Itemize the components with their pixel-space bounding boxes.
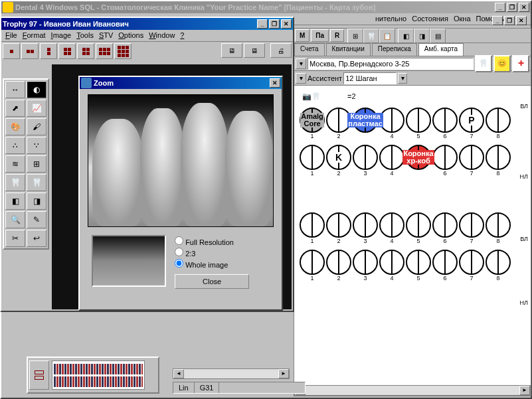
tooth-4[interactable]: 4 xyxy=(379,145,404,170)
tooth-blank[interactable]: 5 xyxy=(406,250,431,275)
tooth-blank[interactable]: 4 xyxy=(379,212,404,238)
device-button[interactable]: 🖥 xyxy=(244,43,265,58)
palette-tool-button[interactable]: ⬈ xyxy=(5,100,25,117)
palette-tool-button[interactable]: 🎨 xyxy=(5,118,25,135)
tooth-1[interactable]: Amalg Core1 xyxy=(300,108,325,133)
tooth-blank[interactable]: 7 xyxy=(459,212,484,238)
layout-button[interactable] xyxy=(40,43,57,59)
layout-button[interactable] xyxy=(114,43,132,59)
menu-states[interactable]: Состояния xyxy=(412,15,448,23)
tooth-3[interactable]: 3 xyxy=(353,145,378,170)
zoom-opt-full[interactable]: Full Resolution xyxy=(175,236,249,246)
dropdown-icon[interactable]: ▾ xyxy=(296,73,306,84)
zoom-opt-23[interactable]: 2:3 xyxy=(175,248,249,258)
layout-button[interactable] xyxy=(96,43,113,59)
tooth-blank[interactable]: 6 xyxy=(432,212,458,238)
teeth-overview[interactable] xyxy=(52,360,145,390)
chart-scrollbar[interactable]: ◄ ► xyxy=(294,385,531,396)
chart-tool-button[interactable]: ◨ xyxy=(414,29,430,43)
smiley-icon[interactable]: 😊 xyxy=(493,55,511,72)
layout-button[interactable] xyxy=(3,43,20,59)
palette-tool-button[interactable]: 🦷 xyxy=(5,174,25,191)
assistant-select[interactable] xyxy=(343,72,397,84)
palette-tool-button[interactable]: ◧ xyxy=(5,193,25,210)
mode-r-button[interactable]: R xyxy=(330,29,344,42)
palette-tool-button[interactable]: ∵ xyxy=(27,137,46,154)
tooth-blank[interactable]: 8 xyxy=(486,250,511,275)
scroll-right-icon[interactable]: ► xyxy=(519,386,530,395)
menu-stv[interactable]: STV xyxy=(99,31,113,40)
mode-m-button[interactable]: М xyxy=(295,29,310,42)
minimize-button[interactable]: _ xyxy=(257,19,268,29)
menu-window[interactable]: Window xyxy=(149,31,175,40)
palette-tool-button[interactable]: ⊞ xyxy=(27,155,46,173)
palette-tool-button[interactable]: ✎ xyxy=(27,211,46,228)
chart-tool-button[interactable]: ⊞ xyxy=(347,29,363,43)
strip-layout-button[interactable] xyxy=(29,360,49,390)
trophy-titlebar[interactable]: Trophy 97 - Иванов Иван Иванович _ ❐ ✕ xyxy=(1,18,293,30)
layout-button[interactable] xyxy=(77,43,94,59)
close-button[interactable]: ✕ xyxy=(281,19,292,29)
palette-tool-button[interactable]: 🦷 xyxy=(27,174,46,191)
menu-image[interactable]: Image xyxy=(51,31,72,40)
tooth-1[interactable]: 1 xyxy=(300,145,325,170)
tooth-icon[interactable]: 🦷 xyxy=(475,55,492,72)
strip-scrollbar[interactable]: ◄ ► xyxy=(173,368,290,379)
address-input[interactable] xyxy=(308,58,474,70)
chart-tool-button[interactable]: ▤ xyxy=(430,29,446,43)
mdi-restore-button[interactable]: ❐ xyxy=(504,16,515,25)
red-cross-icon[interactable]: ✚ xyxy=(512,55,529,72)
palette-tool-button[interactable]: ↩ xyxy=(27,230,46,247)
chart-tool-button[interactable]: 📋 xyxy=(379,29,395,43)
device-button[interactable]: 🖥 xyxy=(221,43,242,58)
tooth-blank[interactable]: 5 xyxy=(406,212,431,238)
tooth-6[interactable]: 6 xyxy=(432,145,458,170)
tab-receipts[interactable]: Квитанции xyxy=(326,43,371,56)
palette-tool-button[interactable]: ◨ xyxy=(27,193,46,210)
scroll-left-icon[interactable]: ◄ xyxy=(173,369,184,378)
tooth-blank[interactable]: 3 xyxy=(353,250,378,275)
tab-accounts[interactable]: Счета xyxy=(294,43,325,56)
menu-extra[interactable]: нительно xyxy=(375,15,406,23)
tooth-blank[interactable]: 8 xyxy=(486,212,511,238)
tooth-8[interactable]: 8 xyxy=(486,145,511,170)
palette-tool-button[interactable]: 📈 xyxy=(27,100,46,117)
zoom-titlebar[interactable]: Zoom ✕ xyxy=(80,77,282,89)
palette-tool-button[interactable]: ↔ xyxy=(5,81,25,98)
palette-tool-button[interactable]: ✂ xyxy=(5,230,25,247)
tooth-5[interactable]: 5 xyxy=(406,108,431,133)
menu-?[interactable]: ? xyxy=(180,31,184,40)
menu-windows[interactable]: Окна xyxy=(454,15,471,23)
print-button[interactable]: 🖨 xyxy=(270,43,292,58)
menu-options[interactable]: Options xyxy=(118,31,143,40)
tooth-7[interactable]: P7 xyxy=(459,108,484,133)
chart-tool-button[interactable]: ◧ xyxy=(398,29,414,43)
maximize-button[interactable]: ❐ xyxy=(507,3,517,12)
tooth-blank[interactable]: 2 xyxy=(326,212,351,238)
assistant-dropdown-icon[interactable]: ▾ xyxy=(398,73,407,84)
tooth-blank[interactable]: 6 xyxy=(432,250,458,275)
zoom-thumbnail[interactable] xyxy=(92,235,166,287)
tooth-blank[interactable]: 7 xyxy=(459,250,484,275)
palette-tool-button[interactable]: ◐ xyxy=(27,81,46,98)
zoom-close-button[interactable]: Close xyxy=(175,274,249,289)
palette-tool-button[interactable]: ≋ xyxy=(5,155,25,173)
zoom-opt-whole[interactable]: Whole image xyxy=(175,259,249,269)
mdi-minimize-button[interactable]: _ xyxy=(492,16,503,25)
menu-file[interactable]: File xyxy=(5,31,17,40)
tooth-blank[interactable]: 3 xyxy=(353,212,378,238)
maximize-button[interactable]: ❐ xyxy=(269,19,280,29)
palette-tool-button[interactable]: 🖌 xyxy=(27,118,46,135)
scroll-right-icon[interactable]: ► xyxy=(278,369,289,378)
palette-tool-button[interactable]: ∴ xyxy=(5,137,25,154)
tooth-blank[interactable]: 1 xyxy=(300,212,325,238)
menu-tools[interactable]: Tools xyxy=(76,31,94,40)
close-button[interactable]: ✕ xyxy=(270,78,280,88)
tooth-blank[interactable]: 4 xyxy=(379,250,404,275)
tooth-8[interactable]: 8 xyxy=(486,108,511,133)
close-button[interactable]: ✕ xyxy=(519,3,529,12)
tooth-blank[interactable]: 1 xyxy=(300,250,325,275)
tooth-3[interactable]: Коронка пластмас3 xyxy=(353,108,378,133)
mode-pa-button[interactable]: Па xyxy=(311,29,329,42)
dropdown-icon[interactable]: ▾ xyxy=(296,58,306,69)
